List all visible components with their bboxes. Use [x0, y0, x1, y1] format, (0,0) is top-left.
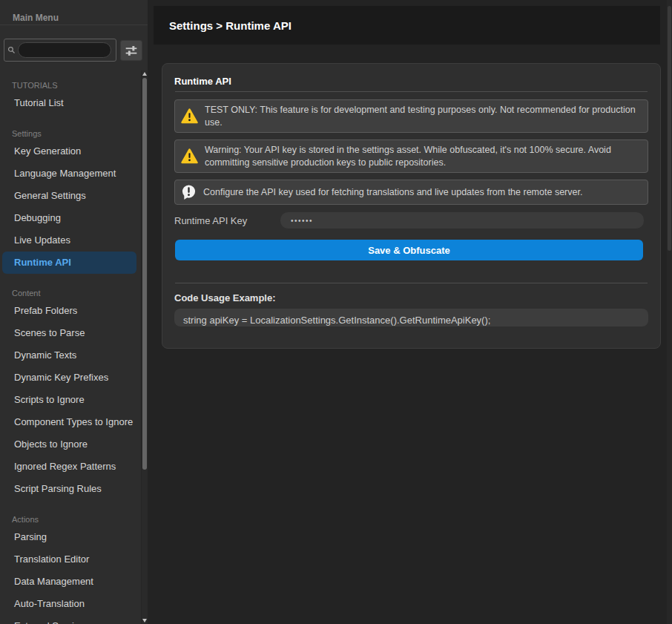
- sidebar-item-live-updates[interactable]: Live Updates: [2, 229, 136, 252]
- page-header: Settings > Runtime API: [154, 6, 660, 45]
- sidebar-item-scripts-to-ignore[interactable]: Scripts to Ignore: [2, 389, 136, 411]
- sidebar-item-dynamic-key-prefixes[interactable]: Dynamic Key Prefixes: [2, 367, 136, 389]
- nav-section-header: TUTORIALS: [0, 79, 140, 92]
- api-key-row: Runtime API Key: [174, 212, 648, 229]
- section-divider: [175, 283, 648, 283]
- api-key-input[interactable]: [280, 212, 644, 229]
- scroll-down-arrow-icon[interactable]: [142, 619, 147, 623]
- search-input[interactable]: [18, 42, 111, 58]
- sidebar-item-runtime-api[interactable]: Runtime API: [2, 252, 136, 274]
- sidebar-scrollbar[interactable]: [141, 70, 148, 624]
- warning-icon: [181, 148, 198, 164]
- main-area: Settings > Runtime API Runtime API TEST …: [148, 0, 672, 624]
- sidebar-nav: TUTORIALSTutorial ListSettingsKey Genera…: [0, 71, 140, 624]
- sidebar-item-scenes-to-parse[interactable]: Scenes to Parse: [2, 322, 136, 344]
- sidebar-item-auto-translation[interactable]: Auto-Translation: [2, 593, 136, 615]
- save-obfuscate-button[interactable]: Save & Obfuscate: [175, 240, 643, 260]
- notice-text: Warning: Your API key is stored in the s…: [205, 144, 640, 168]
- sidebar-item-objects-to-ignore[interactable]: Objects to Ignore: [2, 433, 136, 456]
- warning-notice: Warning: Your API key is stored in the s…: [174, 139, 648, 173]
- info-icon: [181, 184, 197, 200]
- warning-notice: TEST ONLY: This feature is for developme…: [174, 99, 648, 133]
- main-scrollbar[interactable]: [667, 0, 672, 624]
- sidebar-divider: [0, 24, 148, 25]
- sidebar-title: Main Menu: [0, 0, 148, 24]
- sidebar-item-script-parsing-rules[interactable]: Script Parsing Rules: [2, 478, 136, 500]
- sidebar-item-translation-editor[interactable]: Translation Editor: [2, 548, 136, 571]
- warning-icon: [181, 108, 198, 124]
- filter-button[interactable]: [120, 40, 142, 61]
- sidebar-item-tutorial-list[interactable]: Tutorial List: [2, 92, 136, 114]
- api-key-label: Runtime API Key: [174, 215, 280, 226]
- sidebar-item-component-types-to-ignore[interactable]: Component Types to Ignore: [2, 411, 136, 433]
- nav-section-header: Content: [0, 286, 140, 300]
- sidebar-item-data-management[interactable]: Data Management: [2, 571, 136, 593]
- nav-section-header: Actions: [0, 513, 140, 526]
- sidebar-item-language-management[interactable]: Language Management: [2, 162, 136, 185]
- runtime-api-panel: Runtime API TEST ONLY: This feature is f…: [162, 63, 661, 349]
- code-usage-label: Code Usage Example:: [174, 292, 648, 304]
- breadcrumb: Settings > Runtime API: [154, 19, 291, 32]
- search-box[interactable]: [4, 39, 116, 62]
- scroll-up-arrow-icon[interactable]: [142, 72, 147, 76]
- code-example-box[interactable]: string apiKey = LocalizationSettings.Get…: [174, 309, 648, 326]
- search-row: [4, 39, 145, 62]
- nav-section-header: Settings: [0, 127, 140, 140]
- sidebar-item-external-services[interactable]: External Services: [2, 615, 136, 624]
- info-notice: Configure the API key used for fetching …: [174, 180, 648, 205]
- notices: TEST ONLY: This feature is for developme…: [174, 99, 648, 205]
- panel-title: Runtime API: [174, 76, 648, 91]
- sidebar-item-general-settings[interactable]: General Settings: [2, 185, 136, 207]
- sidebar-item-dynamic-texts[interactable]: Dynamic Texts: [2, 344, 136, 367]
- sidebar-item-key-generation[interactable]: Key Generation: [2, 140, 136, 162]
- sliders-icon: [122, 42, 140, 59]
- main-scrollbar-thumb[interactable]: [668, 6, 671, 251]
- sidebar-item-parsing[interactable]: Parsing: [2, 526, 136, 548]
- title-divider: [175, 91, 648, 92]
- sidebar-item-ignored-regex-patterns[interactable]: Ignored Regex Patterns: [2, 456, 136, 478]
- notice-text: Configure the API key used for fetching …: [203, 186, 582, 199]
- sidebar-scrollbar-thumb[interactable]: [142, 78, 147, 470]
- sidebar-item-prefab-folders[interactable]: Prefab Folders: [2, 300, 136, 322]
- notice-text: TEST ONLY: This feature is for developme…: [205, 104, 640, 128]
- sidebar-item-debugging[interactable]: Debugging: [2, 207, 136, 229]
- sidebar: Main Menu TUTORIALSTutorial Li: [0, 0, 148, 624]
- search-icon: [7, 46, 16, 54]
